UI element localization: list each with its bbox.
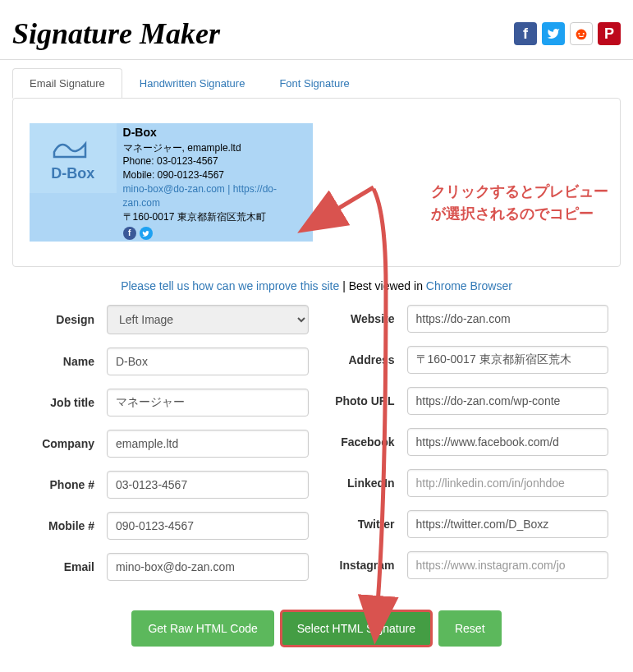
address-input[interactable]: [407, 346, 609, 374]
sig-mobile: Mobile: 090-0123-4567: [123, 168, 306, 182]
jobtitle-input[interactable]: [107, 389, 309, 417]
sig-phone: Phone: 03-0123-4567: [123, 154, 306, 168]
company-input[interactable]: [107, 430, 309, 458]
sig-social: f: [123, 227, 306, 240]
logo: Signature Maker: [12, 16, 220, 51]
email-input[interactable]: [107, 553, 309, 581]
signature-details: D-Box マネージャー, emample.ltd Phone: 03-0123…: [117, 123, 313, 242]
label-instagram: Instagram: [325, 559, 407, 572]
reddit-icon[interactable]: [570, 22, 593, 45]
label-design: Design: [25, 313, 107, 326]
form-right-col: Website Address Photo URL Facebook Linke…: [325, 305, 609, 594]
mobile-input[interactable]: [107, 512, 309, 540]
phone-input[interactable]: [107, 471, 309, 499]
svg-point-1: [578, 33, 580, 35]
design-select[interactable]: Left Image: [107, 305, 309, 334]
form-left-col: DesignLeft Image Name Job title Company …: [25, 305, 309, 594]
improve-link[interactable]: Please tell us how can we improve this s…: [121, 279, 339, 292]
label-mobile: Mobile #: [25, 519, 107, 532]
label-email: Email: [25, 560, 107, 573]
twitter-input[interactable]: [407, 510, 609, 538]
annotation-text: クリックするとプレビュー が選択されるのでコピー: [431, 181, 608, 225]
tab-handwritten-signature[interactable]: Handwritten Signature: [122, 68, 263, 99]
label-jobtitle: Job title: [25, 396, 107, 409]
name-input[interactable]: [107, 348, 309, 375]
get-raw-html-button[interactable]: Get Raw HTML Code: [131, 610, 273, 647]
photourl-input[interactable]: [407, 387, 609, 415]
label-website: Website: [325, 312, 407, 325]
twitter-icon[interactable]: [542, 22, 565, 45]
svg-point-0: [576, 30, 587, 40]
signature-preview[interactable]: D-Box D-Box マネージャー, emample.ltd Phone: 0…: [30, 123, 313, 242]
tab-font-signature[interactable]: Font Signature: [262, 68, 366, 99]
header: Signature Maker f P: [0, 0, 633, 60]
label-address: Address: [325, 353, 407, 366]
pinterest-icon[interactable]: P: [598, 22, 621, 45]
sig-fb-icon[interactable]: f: [123, 227, 136, 240]
label-company: Company: [25, 437, 107, 450]
website-input[interactable]: [407, 305, 609, 333]
linkedin-input[interactable]: [407, 469, 609, 497]
social-icons: f P: [514, 22, 621, 45]
label-facebook: Facebook: [325, 435, 407, 449]
label-name: Name: [25, 355, 107, 368]
tab-email-signature[interactable]: Email Signature: [12, 68, 122, 99]
form: DesignLeft Image Name Job title Company …: [0, 305, 633, 594]
label-linkedin: LinkedIn: [325, 476, 407, 490]
tabs: Email Signature Handwritten Signature Fo…: [0, 68, 633, 99]
improve-text: Please tell us how can we improve this s…: [0, 279, 633, 292]
signature-image: D-Box: [30, 123, 117, 193]
sig-name: D-Box: [123, 125, 306, 141]
svg-point-2: [583, 33, 585, 35]
sig-tw-icon[interactable]: [140, 227, 153, 240]
sig-links: mino-box@do-zan.com | https://do-zan.com: [123, 182, 306, 210]
chrome-link[interactable]: Chrome Browser: [426, 279, 512, 292]
instagram-input[interactable]: [407, 551, 609, 579]
sig-address: 〒160-0017 東京都新宿区荒木町: [123, 210, 306, 224]
label-photourl: Photo URL: [325, 394, 407, 407]
button-row: Get Raw HTML Code Select HTML Signature …: [0, 594, 633, 663]
label-phone: Phone #: [25, 478, 107, 491]
select-html-signature-button[interactable]: Select HTML Signature: [281, 610, 432, 647]
facebook-icon[interactable]: f: [514, 22, 537, 45]
facebook-input[interactable]: [407, 428, 609, 456]
label-twitter: Twitter: [325, 518, 407, 531]
reset-button[interactable]: Reset: [438, 610, 502, 647]
sig-role: マネージャー, emample.ltd: [123, 141, 306, 155]
